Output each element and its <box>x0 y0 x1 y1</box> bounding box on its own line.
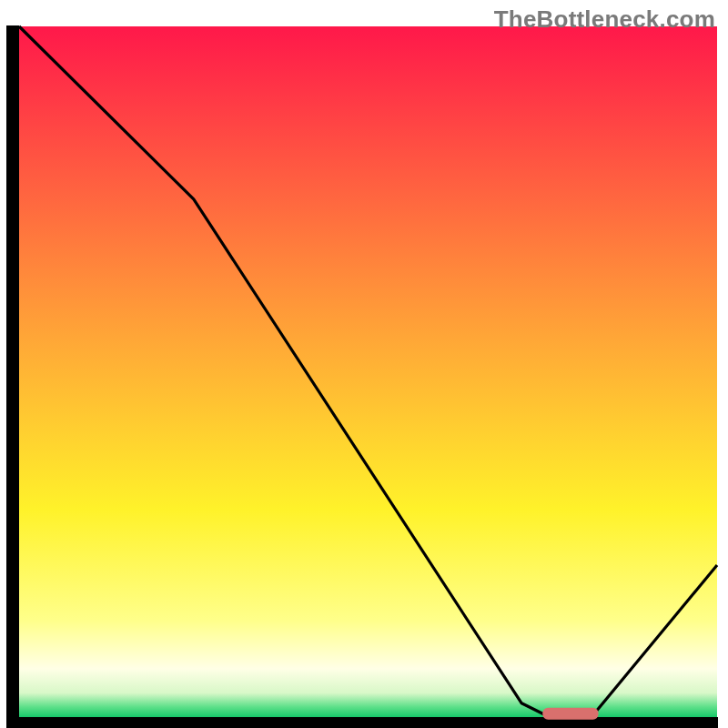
watermark-text: TheBottleneck.com <box>494 5 715 34</box>
chart-svg <box>0 0 728 728</box>
bottleneck-chart: TheBottleneck.com <box>0 0 728 728</box>
optimum-marker <box>542 708 598 720</box>
axes <box>6 25 718 723</box>
